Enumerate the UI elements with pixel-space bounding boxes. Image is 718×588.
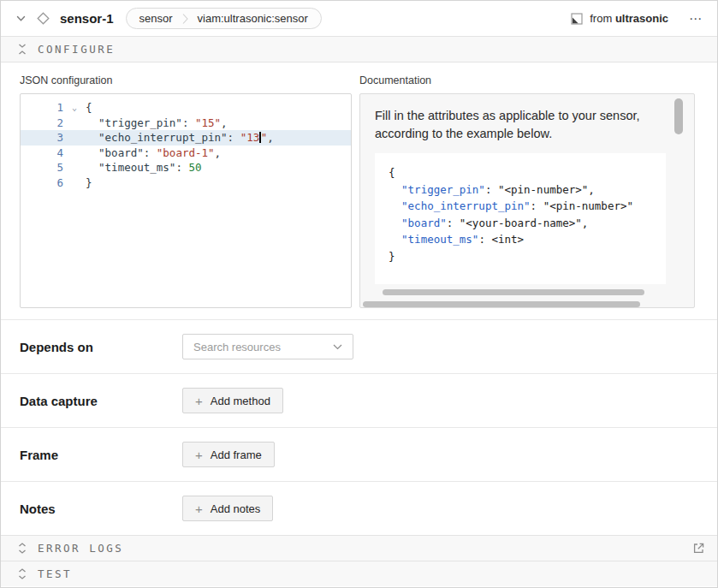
badge-type: sensor [139,12,173,25]
depends-on-placeholder: Search resources [193,341,333,353]
editor-line[interactable]: 4 "board": "board-1", [21,146,351,161]
resource-name: sensor-1 [60,11,114,26]
chevron-down-icon [333,344,342,350]
line-number: 2 [21,116,63,131]
collapse-chevron-icon[interactable] [16,15,26,22]
module-name: ultrasonic [615,12,668,25]
line-number: 3 [21,130,63,146]
line-number: 6 [21,175,63,191]
depends-on-row: Depends on Search resources [1,319,717,373]
fold-gutter [63,146,86,161]
documentation-panel: Fill in the attributes as applicable to … [359,93,695,308]
collapse-section-icon[interactable] [18,44,27,55]
resource-card: sensor-1 sensor viam:ultrasonic:sensor f… [0,0,718,588]
doc-horizontal-scrollbar[interactable] [363,301,640,307]
json-config-label: JSON configuration [20,74,352,86]
documentation-column: Documentation Fill in the attributes as … [359,74,695,308]
error-logs-bar[interactable]: ERROR LOGS [1,535,717,561]
expand-section-icon[interactable] [18,543,27,554]
documentation-label: Documentation [359,74,695,86]
line-number: 1 [21,100,63,116]
fold-gutter [63,175,86,191]
doc-code-line: "timeout_ms": <int> [389,231,666,248]
test-bar[interactable]: TEST [1,561,717,586]
frame-label: Frame [20,448,182,462]
doc-code-line: } [389,248,666,265]
fold-gutter [63,160,86,175]
configure-title: CONFIGURE [38,43,115,56]
code-horizontal-scrollbar[interactable] [383,289,644,295]
line-code: } [86,175,351,191]
resource-header: sensor-1 sensor viam:ultrasonic:sensor f… [1,1,717,37]
module-origin: from ultrasonic [571,12,668,25]
line-number: 5 [21,160,63,175]
editor-line[interactable]: 5 "timeout_ms": 50 [21,160,351,175]
doc-code-line: "echo_interrupt_pin": "<pin-number>" [389,198,666,215]
plus-icon: + [195,448,203,461]
documentation-code-block: { "trigger_pin": "<pin-number>", "echo_i… [375,153,666,284]
data-capture-row: Data capture + Add method [1,373,717,427]
resource-type-badge: sensor viam:ultrasonic:sensor [126,8,322,29]
line-code: "trigger_pin": "15", [86,116,351,131]
notes-label: Notes [20,502,182,516]
json-editor[interactable]: 1⌄{2 "trigger_pin": "15",3 "echo_interru… [20,93,352,308]
configure-section-bar[interactable]: CONFIGURE [1,37,717,62]
fold-gutter [63,130,86,146]
add-notes-button[interactable]: + Add notes [182,496,273,521]
line-number: 4 [21,146,63,161]
module-icon [571,13,583,25]
json-config-column: JSON configuration 1⌄{2 "trigger_pin": "… [20,74,352,308]
fold-chevron-icon[interactable]: ⌄ [63,100,86,116]
editor-line[interactable]: 2 "trigger_pin": "15", [21,116,351,131]
add-method-button[interactable]: + Add method [182,388,283,413]
more-menu-button[interactable]: ⋯ [689,11,703,27]
depends-on-select[interactable]: Search resources [182,334,353,359]
add-frame-button[interactable]: + Add frame [182,442,275,467]
data-capture-label: Data capture [20,394,182,408]
badge-separator-chevron-icon [182,13,188,25]
line-code: "echo_interrupt_pin": "13", [86,130,351,146]
badge-model: viam:ultrasonic:sensor [198,12,308,25]
doc-code-line: "trigger_pin": "<pin-number>", [389,181,666,199]
depends-on-label: Depends on [20,340,182,354]
fold-gutter [63,116,86,131]
plus-icon: + [195,395,203,407]
notes-row: Notes + Add notes [1,481,717,535]
doc-vertical-scrollbar[interactable] [674,98,683,134]
external-link-icon[interactable] [692,542,705,555]
from-label: from [590,12,612,25]
line-code: { [86,100,351,116]
frame-row: Frame + Add frame [1,427,717,481]
doc-code-line: { [389,164,666,181]
line-code: "timeout_ms": 50 [86,160,351,175]
test-title: TEST [38,567,72,580]
editor-line[interactable]: 1⌄{ [21,100,351,116]
documentation-intro: Fill in the attributes as applicable to … [375,107,663,143]
editor-line[interactable]: 6} [21,175,351,191]
plus-icon: + [195,502,203,515]
expand-section-icon[interactable] [18,568,27,579]
error-logs-title: ERROR LOGS [38,542,123,555]
configure-body: JSON configuration 1⌄{2 "trigger_pin": "… [1,62,717,319]
doc-code-line: "board": "<your-board-name>", [389,215,666,232]
sensor-diamond-icon [37,12,50,25]
line-code: "board": "board-1", [86,146,351,161]
editor-line[interactable]: 3 "echo_interrupt_pin": "13", [21,130,351,146]
